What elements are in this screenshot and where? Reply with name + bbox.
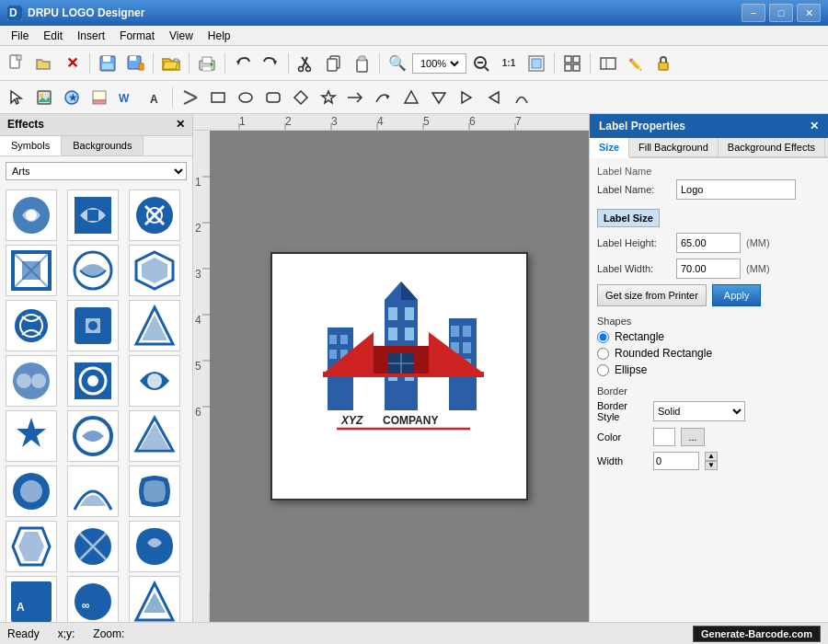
- border-style-select[interactable]: SolidNoneDashedDottedDouble: [653, 401, 745, 421]
- save-button[interactable]: [95, 51, 121, 76]
- shape-rectangle-radio[interactable]: [597, 331, 609, 343]
- star-tool[interactable]: [316, 85, 341, 110]
- copy-button[interactable]: [321, 51, 347, 76]
- select-tool[interactable]: [4, 85, 29, 110]
- effect-item[interactable]: [67, 245, 119, 296]
- shape-rounded-radio[interactable]: [597, 348, 609, 360]
- cut-button[interactable]: [293, 51, 319, 76]
- effect-item[interactable]: [129, 190, 180, 241]
- effect-item[interactable]: [129, 466, 180, 517]
- tab-backgrounds[interactable]: Backgrounds: [62, 136, 144, 155]
- effect-item[interactable]: [67, 190, 119, 241]
- effect-item[interactable]: [6, 190, 57, 241]
- menu-format[interactable]: Format: [112, 28, 162, 44]
- fit-page-button[interactable]: [523, 51, 549, 76]
- undo-button[interactable]: [230, 51, 256, 76]
- paste-button[interactable]: [349, 51, 374, 76]
- rounded-rect-tool[interactable]: [260, 85, 286, 110]
- circle-tool[interactable]: [233, 85, 259, 110]
- effect-item[interactable]: [129, 410, 180, 462]
- redo-button[interactable]: [258, 51, 283, 76]
- maximize-button[interactable]: □: [769, 4, 793, 22]
- tab-size[interactable]: Size: [590, 138, 629, 158]
- grid-button[interactable]: [559, 51, 585, 76]
- effect-item[interactable]: [6, 245, 57, 296]
- curved-arrow-tool[interactable]: [371, 85, 397, 110]
- svg-rect-13: [202, 66, 212, 71]
- label-name-input[interactable]: [676, 179, 796, 200]
- border-width-up[interactable]: ▲: [705, 452, 718, 461]
- zoom-11-button[interactable]: 1:1: [496, 51, 522, 76]
- zoom-control[interactable]: 100%50%75%125%150%: [412, 53, 466, 74]
- menu-edit[interactable]: Edit: [36, 28, 70, 44]
- triangle-tool[interactable]: [398, 85, 424, 110]
- border-color-picker-button[interactable]: ...: [681, 428, 705, 446]
- effect-item[interactable]: [67, 466, 119, 517]
- menu-help[interactable]: Help: [201, 28, 238, 44]
- zoom-in-button[interactable]: 🔍: [385, 51, 410, 76]
- diamond-tool[interactable]: [288, 85, 314, 110]
- properties-close-icon[interactable]: ✕: [810, 120, 819, 132]
- effect-item[interactable]: [67, 521, 119, 572]
- text-tool[interactable]: A: [142, 85, 167, 110]
- more-btn1[interactable]: [595, 51, 621, 76]
- menu-insert[interactable]: Insert: [70, 28, 112, 44]
- down-triangle-tool[interactable]: [426, 85, 452, 110]
- zoom-select[interactable]: 100%50%75%125%150%: [417, 57, 462, 70]
- curve-tool[interactable]: [509, 85, 535, 110]
- effects-btn[interactable]: ★: [59, 85, 85, 110]
- border-color-box[interactable]: [653, 428, 675, 446]
- tab-bg-effects[interactable]: Background Effects: [719, 138, 825, 156]
- save-as-button[interactable]: [122, 51, 148, 76]
- effect-item[interactable]: [129, 355, 180, 407]
- shape-ellipse-radio[interactable]: [597, 364, 609, 376]
- left-arrow-tool[interactable]: [481, 85, 507, 110]
- effect-item[interactable]: [6, 521, 57, 572]
- open-folder-button[interactable]: [158, 51, 184, 76]
- effect-item[interactable]: [129, 245, 180, 296]
- effect-item[interactable]: [67, 355, 119, 407]
- label-height-input[interactable]: [676, 233, 741, 253]
- cursor-tool[interactable]: [178, 85, 203, 110]
- open-button[interactable]: [31, 51, 57, 76]
- label-height-row: Label Height: (MM): [597, 233, 821, 253]
- close-file-button[interactable]: ✕: [59, 51, 85, 76]
- get-size-from-printer-button[interactable]: Get size from Printer: [597, 284, 707, 306]
- border-width-input[interactable]: [653, 452, 699, 470]
- tab-fill-bg[interactable]: Fill Background: [629, 138, 719, 156]
- status-zoom: Zoom:: [93, 627, 124, 640]
- effect-item[interactable]: [67, 410, 119, 462]
- menu-file[interactable]: File: [4, 28, 36, 44]
- effect-item[interactable]: A: [6, 576, 57, 622]
- more-btn2[interactable]: ✏️: [623, 51, 649, 76]
- label-preview[interactable]: XYZ COMPANY: [270, 252, 528, 500]
- effect-item[interactable]: [67, 300, 119, 351]
- effects-close-icon[interactable]: ✕: [176, 118, 185, 131]
- zoom-out-button[interactable]: [468, 51, 494, 76]
- apply-button[interactable]: Apply: [712, 284, 762, 306]
- label-width-input[interactable]: [676, 259, 741, 279]
- lock-button[interactable]: [650, 51, 676, 76]
- arrow-tool[interactable]: [343, 85, 369, 110]
- border-width-down[interactable]: ▼: [705, 461, 718, 470]
- effect-item[interactable]: [129, 576, 180, 622]
- new-button[interactable]: [4, 51, 29, 76]
- close-button[interactable]: ✕: [797, 4, 821, 22]
- minimize-button[interactable]: −: [742, 4, 765, 22]
- rectangle-tool[interactable]: [205, 85, 231, 110]
- effect-item[interactable]: [129, 300, 180, 351]
- menu-view[interactable]: View: [162, 28, 201, 44]
- bg-color-btn[interactable]: [86, 85, 112, 110]
- effect-item[interactable]: ∞: [67, 576, 119, 622]
- import-image-btn[interactable]: [31, 85, 57, 110]
- play-button-tool[interactable]: [454, 85, 479, 110]
- effects-category-select[interactable]: ArtsAnimalsBusinessNature: [6, 162, 187, 180]
- effect-item[interactable]: [6, 410, 57, 462]
- effect-item[interactable]: [129, 521, 180, 572]
- tab-symbols[interactable]: Symbols: [0, 136, 62, 155]
- effect-item[interactable]: [6, 300, 57, 351]
- print-button[interactable]: [194, 51, 220, 76]
- effect-item[interactable]: [6, 466, 57, 517]
- word-art-btn[interactable]: W: [114, 85, 140, 110]
- effect-item[interactable]: [6, 355, 57, 407]
